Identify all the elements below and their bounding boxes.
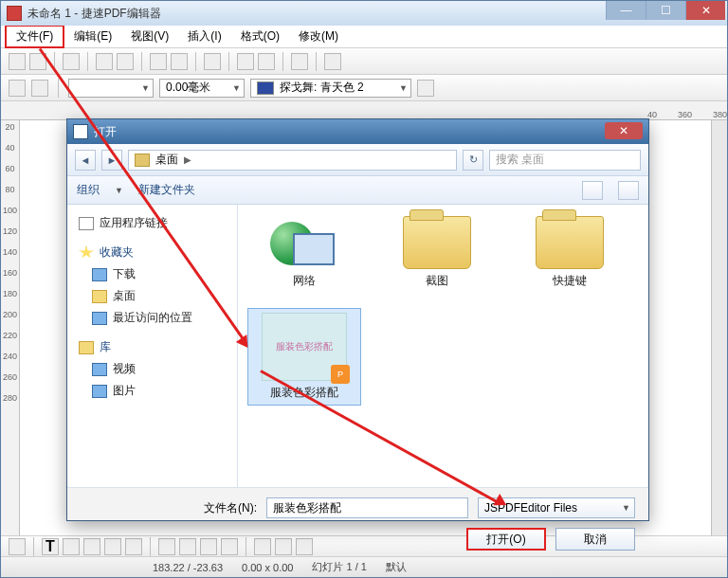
separator <box>33 537 34 556</box>
breadcrumb-text: 桌面 <box>155 152 178 168</box>
thumb-text: 服装色彩搭配 <box>276 340 333 353</box>
sidebar-group-library[interactable]: 库 <box>79 336 237 358</box>
view-help-button[interactable] <box>618 181 639 200</box>
redo-icon[interactable] <box>258 53 275 70</box>
sidebar-item-label: 图片 <box>113 383 136 399</box>
ruler-tick: 60 <box>5 164 14 173</box>
text-icon[interactable]: T <box>42 538 59 555</box>
dialog-titlebar: 打开 ✕ <box>67 119 648 144</box>
ruler-tick: 200 <box>3 310 17 319</box>
color-combo[interactable]: 探戈舞: 青天色 2▼ <box>250 79 411 98</box>
menu-modify[interactable]: 修改(M) <box>289 27 348 46</box>
file-label: 快捷键 <box>553 273 587 289</box>
cancel-button-label: 取消 <box>584 532 607 548</box>
desktop-icon <box>92 290 107 303</box>
main-titlebar: 未命名 1 - 捷速PDF编辑器 — ☐ ✕ <box>1 1 727 26</box>
ruler-tick: 100 <box>3 206 17 215</box>
paste-icon[interactable] <box>204 53 221 70</box>
separator <box>141 52 142 71</box>
ruler-tick: 160 <box>3 268 17 278</box>
dialog-toolbar: 组织 ▼ 新建文件夹 <box>67 176 648 205</box>
folder-icon <box>403 216 471 269</box>
zoom-icon[interactable] <box>324 53 341 70</box>
file-label: 网络 <box>293 273 316 289</box>
newfolder-button[interactable]: 新建文件夹 <box>138 182 195 198</box>
ruler-tick: 120 <box>3 226 17 236</box>
file-screenshot[interactable]: 截图 <box>380 216 494 289</box>
pointer-icon[interactable] <box>9 538 26 555</box>
download-icon <box>92 268 107 281</box>
organize-button[interactable]: 组织 <box>77 182 100 198</box>
open-button[interactable]: 打开(O) <box>466 528 546 551</box>
pdf-export-icon[interactable] <box>96 53 113 70</box>
menu-file[interactable]: 文件(F) <box>5 25 64 48</box>
ruler-tick: 80 <box>5 185 14 194</box>
status-coords: 183.22 / -23.63 <box>153 562 223 573</box>
chevron-down-icon: ▼ <box>622 503 630 513</box>
arrow-icon[interactable] <box>9 80 26 97</box>
chevron-down-icon: ▼ <box>141 83 150 93</box>
file-selected-pdf[interactable]: 服装色彩搭配 P 服装色彩搭配 <box>247 308 361 406</box>
dialog-icon <box>73 124 88 139</box>
pdf-thumbnail: 服装色彩搭配 P <box>262 313 347 381</box>
sidebar-item-downloads[interactable]: 下载 <box>79 263 237 285</box>
view-mode-button[interactable] <box>582 181 603 200</box>
separator <box>195 52 196 71</box>
file-network[interactable]: 网络 <box>247 216 361 289</box>
folder-icon <box>536 216 604 269</box>
separator <box>87 52 88 71</box>
ruler-tick: 220 <box>3 331 17 340</box>
app-icon <box>7 6 22 21</box>
file-shortcut[interactable]: 快捷键 <box>513 216 627 289</box>
cancel-button[interactable]: 取消 <box>555 528 635 551</box>
measurement-combo[interactable]: 0.00毫米▼ <box>159 79 245 98</box>
separator <box>282 52 283 71</box>
new-icon[interactable] <box>9 53 26 70</box>
nav-back-button[interactable]: ◄ <box>75 150 96 171</box>
separator <box>316 52 317 71</box>
menu-format[interactable]: 格式(O) <box>231 27 289 46</box>
search-input[interactable]: 搜索 桌面 <box>489 150 641 171</box>
refresh-button[interactable]: ↻ <box>463 150 483 171</box>
cut-icon[interactable] <box>150 53 167 70</box>
line-style-combo[interactable]: ▼ <box>68 79 154 98</box>
video-icon <box>92 363 107 376</box>
status-slide: 幻灯片 1 / 1 <box>312 560 366 574</box>
sidebar-group-favorites[interactable]: 收藏夹 <box>79 242 237 263</box>
color-name: 探戈舞: 青天色 2 <box>280 80 364 96</box>
statusbar: 183.22 / -23.63 0.00 x 0.00 幻灯片 1 / 1 默认 <box>1 556 727 577</box>
ruler-tick: 360 <box>678 110 692 119</box>
network-icon <box>270 216 338 269</box>
dialog-close-button[interactable]: ✕ <box>605 122 643 139</box>
ruler-horizontal: 40 360 380 <box>1 101 727 120</box>
menu-edit[interactable]: 编辑(E) <box>64 27 121 46</box>
ruler-tick: 140 <box>3 247 17 257</box>
print-icon[interactable] <box>117 53 134 70</box>
sidebar-item-recent[interactable]: 最近访问的位置 <box>79 307 237 329</box>
menu-view[interactable]: 视图(V) <box>121 27 178 46</box>
copy-icon[interactable] <box>171 53 188 70</box>
desktop-icon <box>135 154 150 167</box>
breadcrumb[interactable]: 桌面 ▶ <box>128 150 457 171</box>
file-list[interactable]: 网络 截图 快捷键 服装色彩搭配 P 服装色彩搭配 <box>238 205 648 487</box>
refresh-icon[interactable] <box>417 80 434 97</box>
vertical-scrollbar[interactable] <box>711 120 727 535</box>
sidebar-item-video[interactable]: 视频 <box>79 358 237 380</box>
close-button[interactable]: ✕ <box>685 1 725 20</box>
maximize-button[interactable]: ☐ <box>646 1 685 20</box>
dialog-sidebar: 应用程序链接 收藏夹 下载 桌面 最近访问的位置 库 视频 图片 <box>67 205 238 487</box>
main-title: 未命名 1 - 捷速PDF编辑器 <box>27 6 161 22</box>
menu-insert[interactable]: 插入(I) <box>178 27 230 46</box>
sidebar-item-pictures[interactable]: 图片 <box>79 380 237 402</box>
doc-icon <box>79 217 94 230</box>
save-icon[interactable] <box>63 53 80 70</box>
pictures-icon <box>92 385 107 398</box>
undo-icon[interactable] <box>237 53 254 70</box>
table-icon[interactable] <box>291 53 308 70</box>
minimize-button[interactable]: — <box>606 1 646 20</box>
ruler-vertical: 20 40 60 80 100 120 140 160 180 200 220 … <box>1 120 20 554</box>
filename-input[interactable] <box>266 497 468 518</box>
ruler-tick: 240 <box>3 352 17 361</box>
status-default: 默认 <box>386 560 407 574</box>
line-icon[interactable] <box>31 80 48 97</box>
